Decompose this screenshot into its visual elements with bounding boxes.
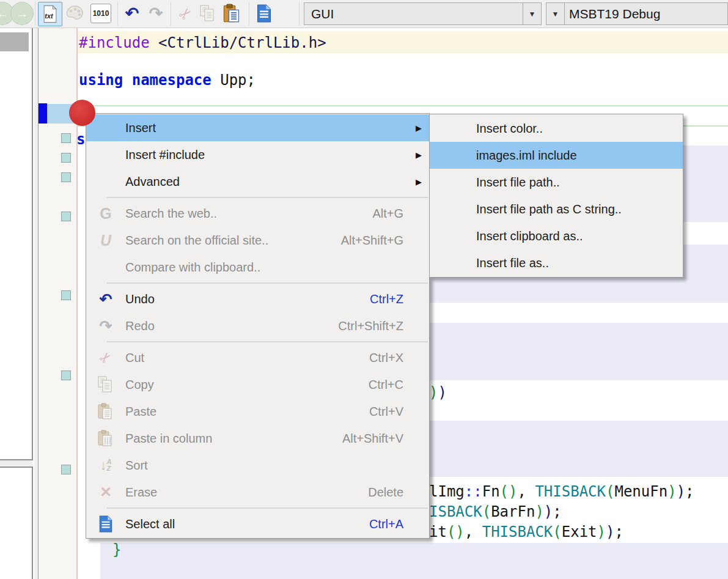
panel-splitter[interactable]	[34, 28, 39, 579]
cut-button[interactable]: ✂	[174, 2, 197, 25]
menu-separator	[86, 195, 429, 200]
copy-icon	[199, 5, 216, 22]
code-line-menufn[interactable]: lImg::Fn(), THISBACK(MenuFn));	[429, 482, 694, 502]
gutter-marker	[61, 371, 71, 380]
blue-document-icon	[98, 515, 113, 533]
gutter-marker	[61, 290, 71, 300]
menu-item-copy[interactable]: Copy Ctrl+C	[86, 371, 429, 398]
designer-view-button[interactable]	[63, 2, 86, 25]
code-block-highlight	[100, 543, 728, 579]
code-line-parens[interactable]: ))	[429, 383, 447, 403]
menu-item-insert-include[interactable]: Insert #include ▶	[86, 141, 429, 168]
binary-view-button[interactable]: 1010	[89, 2, 113, 25]
ide-window: ← → txt 1010 ↶ ↷	[0, 0, 728, 579]
submenu-item-insert-clipboard-as[interactable]: Insert clipboard as..	[430, 223, 683, 249]
redo-icon: ↷	[149, 6, 163, 22]
code-line-barfn[interactable]: ISBACK(BarFn));	[429, 502, 562, 522]
submenu-item-insert-file-path[interactable]: Insert file path..	[430, 169, 683, 196]
submenu-arrow-icon: ▶	[416, 150, 422, 160]
menu-item-advanced[interactable]: Advanced ▶	[86, 168, 429, 195]
editor-context-menu: Insert ▶ Insert #include ▶ Advanced ▶ G …	[86, 113, 430, 539]
redo-button[interactable]: ↷	[144, 2, 167, 25]
menu-item-erase[interactable]: ✕ Erase Delete	[86, 479, 429, 506]
txt-file-icon: txt	[43, 5, 57, 23]
menu-item-insert[interactable]: Insert ▶	[86, 114, 429, 141]
undo-button[interactable]: ↶	[120, 2, 144, 25]
submenu-item-insert-file-path-c-string[interactable]: Insert file path as C string..	[430, 196, 683, 223]
gutter-marker	[61, 465, 71, 474]
google-icon: G	[100, 205, 111, 223]
sort-az-icon: ↓ AZ	[100, 457, 112, 473]
undo-icon: ↶	[125, 6, 139, 22]
click-indicator	[69, 100, 95, 126]
menu-item-paste[interactable]: Paste Ctrl+V	[86, 398, 429, 425]
document-button[interactable]	[252, 2, 276, 25]
scissors-icon: ✂	[175, 4, 195, 23]
paste-button[interactable]	[219, 2, 244, 25]
binary-icon: 1010	[90, 4, 111, 23]
redo-icon: ↷	[100, 317, 112, 335]
gutter-marker	[61, 153, 71, 163]
menu-item-sort[interactable]: ↓ AZ Sort	[86, 452, 429, 479]
code-line-exit[interactable]: it(), THISBACK(Exit));	[429, 522, 623, 542]
menu-item-undo[interactable]: ↶ Undo Ctrl+Z	[86, 286, 429, 312]
scope-guide-line	[78, 105, 728, 106]
copy-icon	[97, 376, 114, 393]
insert-submenu: Insert color.. images.iml include Insert…	[429, 114, 683, 278]
gutter-marker	[61, 133, 71, 143]
menu-separator	[86, 506, 429, 511]
upp-site-icon: U	[100, 232, 111, 249]
menu-separator	[86, 281, 429, 286]
panel-gap	[0, 460, 33, 467]
gutter-marker	[61, 212, 71, 221]
submenu-item-insert-file-as[interactable]: Insert file as..	[430, 249, 683, 276]
erase-x-icon: ✕	[100, 484, 112, 501]
menu-item-cut[interactable]: ✂ Cut Ctrl+X	[86, 344, 429, 371]
navigate-forward-button[interactable]: →	[10, 2, 34, 25]
package-combo-value: GUI	[311, 7, 523, 21]
scissors-icon: ✂	[96, 348, 116, 368]
combo-divider	[564, 3, 565, 24]
undo-icon: ↶	[100, 290, 112, 308]
workspace-selected-item[interactable]	[0, 32, 29, 51]
toolbar-separator	[35, 2, 35, 26]
submenu-item-insert-color[interactable]: Insert color..	[430, 115, 683, 142]
menu-separator	[86, 339, 429, 344]
package-combo[interactable]: GUI ▼	[304, 2, 542, 25]
main-toolbar: ← → txt 1010 ↶ ↷	[0, 0, 728, 28]
submenu-arrow-icon: ▶	[416, 177, 422, 186]
menu-item-search-web[interactable]: G Search the web.. Alt+G	[86, 200, 429, 227]
submenu-arrow-icon: ▶	[416, 124, 422, 133]
chevron-down-icon[interactable]: ▼	[546, 10, 564, 18]
toolbar-separator	[299, 2, 300, 26]
workspace-panel	[0, 28, 33, 460]
menu-item-redo[interactable]: ↷ Redo Ctrl+Shift+Z	[86, 312, 429, 339]
submenu-item-images-iml-include[interactable]: images.iml include	[430, 142, 683, 169]
paste-column-icon	[97, 430, 114, 447]
menu-item-compare-clipboard[interactable]: Compare with clipboard..	[86, 254, 429, 281]
toolbar-separator	[249, 2, 249, 26]
palette-icon	[65, 4, 84, 23]
menu-item-search-official[interactable]: U Search on the official site.. Alt+Shif…	[86, 227, 429, 254]
toolbar-separator	[171, 2, 171, 26]
gutter-selection-block	[39, 103, 47, 124]
code-line-brace[interactable]: }	[112, 540, 121, 560]
toolbar-separator	[117, 2, 118, 26]
svg-text:txt: txt	[45, 12, 53, 20]
menu-item-paste-in-column[interactable]: Paste in column Alt+Shift+V	[86, 425, 429, 452]
code-line-using[interactable]: using namespace Upp;	[79, 70, 256, 90]
gutter-marker	[61, 172, 71, 182]
chevron-down-icon[interactable]: ▼	[523, 10, 541, 18]
build-config-combo[interactable]: ▼ MSBT19 Debug	[546, 2, 728, 25]
paste-clipboard-icon	[97, 403, 114, 420]
blue-document-icon	[256, 4, 272, 23]
build-config-value: MSBT19 Debug	[569, 7, 727, 21]
files-panel	[0, 467, 33, 579]
text-view-button[interactable]: txt	[38, 2, 62, 26]
paste-clipboard-icon	[222, 4, 241, 23]
forward-arrow-icon: →	[10, 2, 34, 25]
code-line-include[interactable]: #include <CtrlLib/CtrlLib.h>	[79, 33, 326, 53]
copy-button[interactable]	[196, 2, 219, 25]
code-line-partial[interactable]: s	[76, 130, 85, 150]
menu-item-select-all[interactable]: Select all Ctrl+A	[86, 511, 429, 537]
